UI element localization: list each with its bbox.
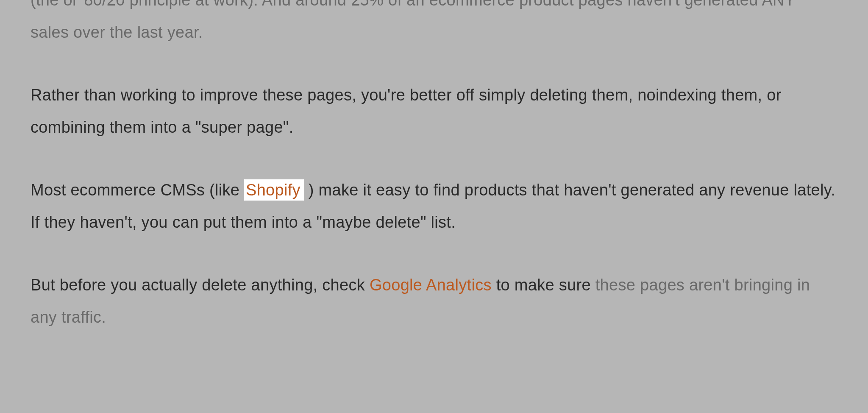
paragraph-4: But before you actually delete anything,…	[31, 269, 837, 333]
article-content: (the ol' 80/20 principle at work). And a…	[0, 0, 868, 333]
paragraph-2-text: Rather than working to improve these pag…	[31, 86, 782, 136]
paragraph-3: Most ecommerce CMSs (like Shopify ) make…	[31, 174, 837, 238]
paragraph-4-after-normal: to make sure	[492, 276, 595, 294]
shopify-link[interactable]: Shopify	[244, 179, 304, 201]
paragraph-1: (the ol' 80/20 principle at work). And a…	[31, 0, 837, 48]
paragraph-3-before: Most ecommerce CMSs (like	[31, 181, 244, 199]
paragraph-1-text: (the ol' 80/20 principle at work). And a…	[31, 0, 795, 41]
google-analytics-link[interactable]: Google Analytics	[370, 276, 492, 294]
paragraph-4-before: But before you actually delete anything,…	[31, 276, 370, 294]
paragraph-2: Rather than working to improve these pag…	[31, 79, 837, 143]
